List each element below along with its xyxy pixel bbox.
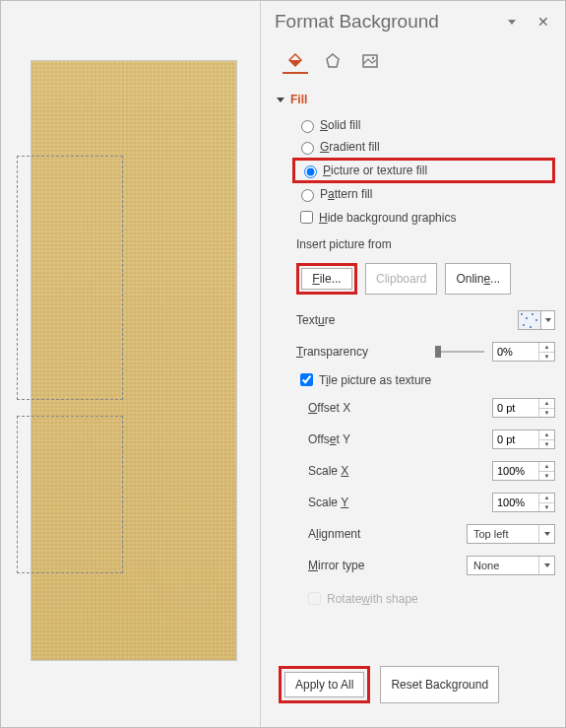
- svg-point-2: [372, 57, 374, 59]
- panel-menu-dropdown[interactable]: [508, 20, 516, 25]
- texture-label: Texture: [296, 313, 518, 327]
- offset-x-spinner[interactable]: ▲▼: [492, 398, 555, 418]
- offset-y-value[interactable]: [493, 430, 538, 448]
- fill-section-header[interactable]: Fill: [277, 93, 555, 106]
- radio-solid-fill[interactable]: Solid fill: [296, 117, 555, 133]
- apply-to-all-button[interactable]: Apply to All: [284, 672, 364, 697]
- effects-tab-icon[interactable]: [320, 48, 346, 74]
- radio-picture-texture-fill[interactable]: Picture or texture fill: [299, 163, 548, 178]
- offset-y-label: Offset Y: [308, 432, 492, 446]
- mirror-value: None: [468, 560, 538, 571]
- close-icon[interactable]: ✕: [532, 12, 555, 32]
- texture-dropdown[interactable]: [541, 310, 555, 330]
- offset-y-spinner[interactable]: ▲▼: [492, 430, 555, 449]
- offset-x-label: Offset X: [308, 401, 492, 415]
- reset-background-button[interactable]: Reset Background: [380, 666, 499, 703]
- clipboard-button: Clipboard: [365, 263, 437, 295]
- checkbox-hide-background[interactable]: Hide background graphics: [296, 208, 555, 227]
- picture-tab-icon[interactable]: [357, 48, 383, 74]
- radio-gradient-fill[interactable]: Gradient fill: [296, 139, 555, 155]
- alignment-label: Alignment: [308, 527, 467, 541]
- file-button[interactable]: File...: [301, 268, 352, 290]
- scale-y-value[interactable]: [493, 494, 538, 511]
- scale-x-value[interactable]: [493, 462, 538, 480]
- format-background-panel: Format Background ✕ Fill Solid fill Grad…: [260, 1, 565, 727]
- offset-x-value[interactable]: [493, 399, 538, 417]
- transparency-slider[interactable]: [435, 351, 484, 353]
- radio-pattern-fill[interactable]: Pattern fill: [296, 186, 555, 202]
- panel-title: Format Background: [275, 11, 502, 33]
- scale-y-label: Scale Y: [308, 496, 492, 509]
- collapse-triangle-icon: [277, 98, 284, 102]
- transparency-label: Transparency: [296, 345, 427, 359]
- alignment-select[interactable]: Top left: [467, 524, 555, 544]
- transparency-spinner[interactable]: ▲▼: [492, 342, 555, 362]
- mirror-label: Mirror type: [308, 559, 467, 572]
- fill-tab-icon[interactable]: [283, 48, 308, 74]
- insert-picture-label: Insert picture from: [296, 237, 555, 251]
- scale-x-label: Scale X: [308, 464, 492, 478]
- fill-section-label: Fill: [290, 93, 307, 106]
- alignment-value: Top left: [468, 528, 538, 540]
- placeholder-outline: [17, 156, 123, 400]
- checkbox-rotate-with-shape: Rotate with shape: [304, 589, 555, 608]
- transparency-value[interactable]: [493, 343, 538, 361]
- scale-x-spinner[interactable]: ▲▼: [492, 461, 555, 481]
- texture-swatch[interactable]: [518, 310, 541, 330]
- placeholder-outline: [17, 416, 123, 573]
- slide-preview: [31, 60, 237, 661]
- online-button[interactable]: Online...: [445, 263, 511, 295]
- svg-marker-0: [327, 54, 339, 67]
- scale-y-spinner[interactable]: ▲▼: [492, 493, 555, 512]
- checkbox-tile-picture[interactable]: Tile picture as texture: [296, 370, 555, 389]
- mirror-select[interactable]: None: [467, 556, 555, 575]
